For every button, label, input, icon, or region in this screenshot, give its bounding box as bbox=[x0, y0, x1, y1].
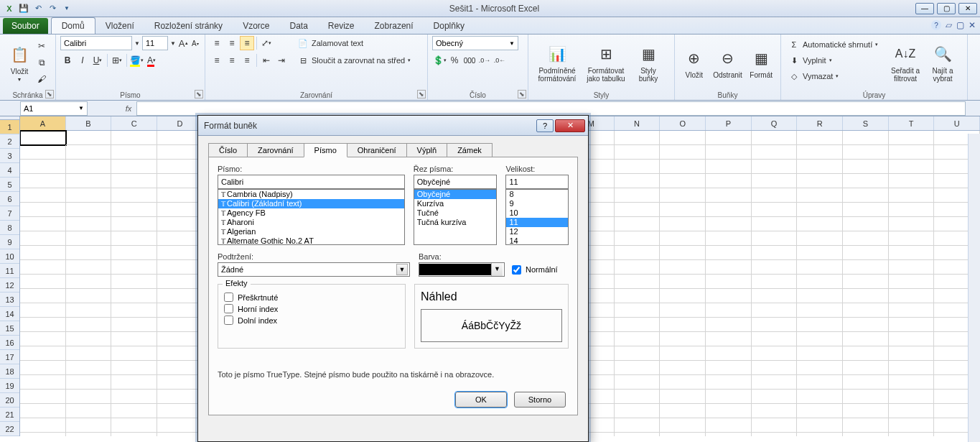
cell[interactable] bbox=[797, 131, 843, 145]
cell[interactable] bbox=[615, 418, 661, 433]
cell[interactable] bbox=[111, 231, 157, 246]
save-icon[interactable]: 💾 bbox=[17, 2, 30, 15]
cell[interactable] bbox=[752, 275, 798, 289]
col-header[interactable]: D bbox=[157, 116, 203, 130]
dialog-help-button[interactable]: ? bbox=[536, 119, 554, 132]
cell[interactable] bbox=[20, 346, 66, 361]
cell[interactable] bbox=[889, 188, 935, 203]
cell[interactable] bbox=[157, 303, 203, 318]
normal-checkbox-input[interactable] bbox=[512, 265, 521, 275]
close-workbook-icon[interactable]: ✕ bbox=[969, 20, 976, 30]
cell[interactable] bbox=[752, 303, 798, 318]
cell[interactable] bbox=[889, 260, 935, 275]
cell[interactable] bbox=[752, 217, 798, 231]
cell[interactable] bbox=[706, 346, 752, 361]
cell[interactable] bbox=[111, 131, 157, 145]
cell[interactable] bbox=[706, 433, 752, 436]
cell[interactable] bbox=[660, 260, 706, 275]
insert-cells-button[interactable]: ⊕ Vložit bbox=[679, 36, 709, 86]
cell[interactable] bbox=[752, 346, 798, 361]
font-listbox[interactable]: 𝕋Cambria (Nadpisy)𝕋Calibri (Základní tex… bbox=[218, 189, 405, 245]
col-header[interactable]: O bbox=[660, 116, 706, 130]
cell[interactable] bbox=[889, 318, 935, 332]
cell[interactable] bbox=[157, 390, 203, 404]
cell[interactable] bbox=[660, 188, 706, 203]
style-list-item[interactable]: Kurzíva bbox=[414, 199, 497, 208]
col-header[interactable]: R bbox=[797, 116, 843, 130]
cell[interactable] bbox=[157, 289, 203, 303]
autosum-button[interactable]: ΣAutomatické shrnutí▾ bbox=[785, 37, 886, 52]
ok-button[interactable]: OK bbox=[455, 392, 507, 408]
cell[interactable] bbox=[843, 246, 889, 260]
row-header[interactable]: 20 bbox=[0, 393, 19, 408]
cell[interactable] bbox=[889, 375, 935, 390]
tab-home[interactable]: Domů bbox=[51, 17, 95, 34]
cell[interactable] bbox=[752, 332, 798, 346]
cell[interactable] bbox=[20, 160, 66, 174]
wrap-text-button[interactable]: 📄 Zalamovat text bbox=[294, 36, 414, 50]
cell[interactable] bbox=[157, 375, 203, 390]
cell[interactable] bbox=[66, 332, 112, 346]
tab-view[interactable]: Zobrazení bbox=[365, 18, 424, 34]
cell[interactable] bbox=[615, 289, 661, 303]
cell[interactable] bbox=[66, 289, 112, 303]
cell[interactable] bbox=[20, 145, 66, 160]
cell[interactable] bbox=[111, 346, 157, 361]
underline-dropdown[interactable]: Žádné ▼ bbox=[218, 262, 410, 277]
merge-button[interactable]: ⊟ Sloučit a zarovnat na střed ▾ bbox=[294, 53, 414, 68]
excel-icon[interactable]: X bbox=[3, 2, 16, 15]
col-header[interactable]: B bbox=[66, 116, 112, 130]
cell[interactable] bbox=[111, 145, 157, 160]
cell[interactable] bbox=[889, 433, 935, 436]
cell[interactable] bbox=[111, 433, 157, 436]
font-name-dropdown[interactable]: ▼ bbox=[134, 36, 141, 50]
cell[interactable] bbox=[157, 418, 203, 433]
cell[interactable] bbox=[111, 174, 157, 188]
cell[interactable] bbox=[660, 275, 706, 289]
cell[interactable] bbox=[797, 361, 843, 375]
cell[interactable] bbox=[797, 145, 843, 160]
cell[interactable] bbox=[843, 418, 889, 433]
cell[interactable] bbox=[615, 375, 661, 390]
cell[interactable] bbox=[66, 217, 112, 231]
font-size-dropdown[interactable]: ▼ bbox=[169, 36, 177, 50]
cell[interactable] bbox=[66, 131, 112, 145]
size-listbox[interactable]: 8910111214 bbox=[505, 189, 569, 245]
font-list-item[interactable]: 𝕋Aharoni bbox=[218, 218, 404, 227]
paste-button[interactable]: 📋 Vložit ▼ bbox=[4, 36, 34, 86]
cell[interactable] bbox=[889, 160, 935, 174]
cell[interactable] bbox=[157, 318, 203, 332]
cell[interactable] bbox=[157, 361, 203, 375]
cell[interactable] bbox=[20, 275, 66, 289]
cell[interactable] bbox=[660, 346, 706, 361]
cell[interactable] bbox=[111, 390, 157, 404]
font-list-item[interactable]: 𝕋Agency FB bbox=[218, 208, 404, 218]
redo-icon[interactable]: ↷ bbox=[46, 2, 59, 15]
cell[interactable] bbox=[752, 375, 798, 390]
row-header[interactable]: 16 bbox=[0, 336, 19, 350]
cell[interactable] bbox=[20, 303, 66, 318]
cell[interactable] bbox=[20, 418, 66, 433]
clear-button[interactable]: ◇Vymazat▾ bbox=[785, 69, 886, 83]
cell[interactable] bbox=[660, 404, 706, 418]
cell[interactable] bbox=[66, 145, 112, 160]
cell[interactable] bbox=[889, 275, 935, 289]
format-cells-button[interactable]: ▦ Formát bbox=[746, 36, 776, 86]
cell[interactable] bbox=[706, 231, 752, 246]
cell[interactable] bbox=[111, 217, 157, 231]
col-header[interactable]: T bbox=[889, 116, 935, 130]
cell[interactable] bbox=[111, 332, 157, 346]
cell[interactable] bbox=[660, 231, 706, 246]
cell[interactable] bbox=[20, 318, 66, 332]
cell[interactable] bbox=[615, 260, 661, 275]
dialog-titlebar[interactable]: Formát buněk ? ✕ bbox=[198, 116, 588, 136]
cell[interactable] bbox=[797, 260, 843, 275]
cell[interactable] bbox=[20, 203, 66, 217]
cell[interactable] bbox=[889, 131, 935, 145]
cell[interactable] bbox=[797, 174, 843, 188]
cell[interactable] bbox=[843, 188, 889, 203]
fill-button[interactable]: ⬇Vyplnit▾ bbox=[785, 53, 886, 68]
cell[interactable] bbox=[615, 332, 661, 346]
row-header[interactable]: 7 bbox=[0, 206, 19, 221]
row-header[interactable]: 10 bbox=[0, 249, 19, 264]
